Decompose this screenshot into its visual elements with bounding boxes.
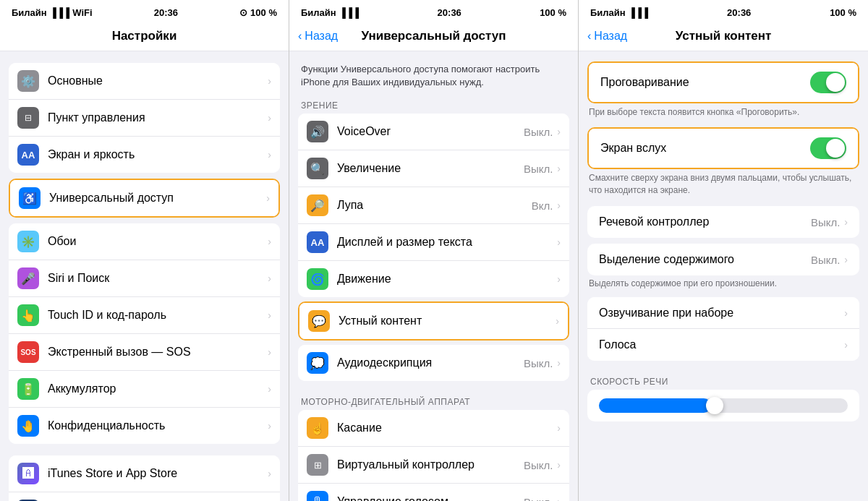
list-item-sos[interactable]: SOS Экстренный вызов — SOS › — [9, 334, 280, 371]
list-item-typing-feedback[interactable]: Озвучивание при наборе › — [587, 297, 859, 329]
accessibility-highlighted-item[interactable]: ♿ Универсальный доступ › — [9, 179, 280, 218]
list-item-speak-selection[interactable]: Проговаривание — [589, 63, 858, 102]
list-item-display[interactable]: AA Экран и яркость › — [9, 137, 280, 173]
list-item-voiceover[interactable]: 🔊 VoiceOver Выкл. › — [298, 114, 569, 150]
motion-chevron: › — [557, 273, 561, 285]
voice-control-icon: 🎙 — [307, 491, 328, 501]
control-center-label: Пункт управления — [48, 111, 268, 124]
list-item-battery[interactable]: 🔋 Аккумулятор › — [9, 371, 280, 408]
list-item-voice-control[interactable]: 🎙 Управление голосом Выкл. › — [298, 484, 569, 501]
list-item-spoken-content[interactable]: 💬 Устный контент › — [299, 303, 568, 339]
signal-icon-2: ▐▐▐ — [339, 7, 359, 18]
list-item-wallet[interactable]: 💳 Wallet и Apple Pay › — [9, 492, 280, 501]
description-group: Функции Универсального доступа помогают … — [289, 60, 578, 96]
signal-icon-1: ▐▐▐ — [50, 7, 70, 18]
voice-control-label: Управление голосом — [337, 495, 524, 501]
status-bar-3: Билайн ▐▐▐ 20:36 100 % — [579, 0, 868, 23]
status-right-2: 100 % — [540, 7, 566, 18]
itunes-icon: 🅰 — [17, 463, 39, 484]
status-right-1: ⊙ 100 % — [239, 7, 277, 18]
speak-selection-highlighted[interactable]: Проговаривание — [587, 61, 859, 103]
list-item-audiodesc[interactable]: 💭 Аудиодескрипция Выкл. › — [298, 345, 569, 381]
settings-list-3[interactable]: Проговаривание При выборе текста появитс… — [579, 51, 868, 501]
speak-selection-toggle[interactable] — [810, 72, 846, 93]
settings-list-2[interactable]: Функции Универсального доступа помогают … — [289, 51, 578, 501]
speed-slider[interactable] — [599, 398, 848, 413]
list-item-siri[interactable]: 🎤 Siri и Поиск › — [9, 260, 280, 297]
speed-list — [587, 390, 859, 421]
voice-control-chevron: › — [557, 496, 561, 501]
control-center-icon: ⊟ — [17, 107, 39, 129]
wallpaper-icon: ✳️ — [17, 231, 39, 252]
time-2: 20:36 — [438, 7, 461, 18]
screen2: Билайн ▐▐▐ 20:36 100 % ‹ Назад Универсал… — [289, 0, 579, 501]
list-item-highlight-content[interactable]: Выделение содержимого Выкл. › — [587, 244, 859, 275]
magnifier-label: Лупа — [337, 199, 532, 212]
voice-control-value: Выкл. — [524, 496, 553, 501]
settings-list-1[interactable]: ⚙️ Основные › ⊟ Пункт управления › AA Эк… — [0, 51, 289, 501]
spoken-content-highlighted[interactable]: 💬 Устный контент › — [298, 301, 569, 341]
zoom-chevron: › — [557, 163, 561, 174]
wallpaper-chevron: › — [268, 236, 271, 247]
list-item-general[interactable]: ⚙️ Основные › — [9, 63, 280, 100]
motor-list: ☝ Касание › ⊞ Виртуальный контроллер Вык… — [298, 410, 569, 501]
voiceover-value: Выкл. — [524, 126, 553, 138]
settings-section-top: ⚙️ Основные › ⊟ Пункт управления › AA Эк… — [9, 63, 280, 173]
accessibility-icon: ♿ — [19, 187, 41, 209]
description-text: Функции Универсального доступа помогают … — [298, 60, 569, 96]
list-item-switch-control[interactable]: ⊞ Виртуальный контроллер Выкл. › — [298, 447, 569, 484]
switch-control-value: Выкл. — [524, 459, 553, 471]
siri-icon: 🎤 — [17, 267, 39, 289]
carrier-2: Билайн — [301, 7, 336, 18]
touchid-chevron: › — [268, 309, 271, 321]
voices-chevron: › — [844, 339, 848, 351]
section-header-motor: МОТОРНО-ДВИГАТЕЛЬНЫЙ АППАРАТ — [289, 393, 578, 410]
battery-icon-1: ⊙ — [239, 7, 247, 18]
nav-bar-3: ‹ Назад Устный контент — [579, 23, 868, 51]
vision-list: 🔊 VoiceOver Выкл. › 🔍 Увеличение Выкл. ›… — [298, 114, 569, 297]
back-button-2[interactable]: ‹ Назад — [298, 30, 338, 43]
accessibility-label: Универсальный доступ — [49, 192, 266, 205]
speak-screen-toggle[interactable] — [810, 137, 846, 159]
voiceover-chevron: › — [557, 126, 561, 137]
touch-chevron: › — [557, 422, 561, 434]
list-item-touchid[interactable]: 👆 Touch ID и код-пароль › — [9, 297, 280, 334]
nav-bar-2: ‹ Назад Универсальный доступ — [289, 23, 578, 51]
audiodesc-chevron: › — [557, 357, 561, 369]
list-item-speak-screen[interactable]: Экран вслух — [589, 129, 858, 168]
touch-icon: ☝ — [307, 417, 328, 439]
status-left-1: Билайн ▐▐▐ WiFi — [12, 7, 93, 18]
battery-icon: 🔋 — [17, 378, 39, 400]
list-item-speech-controller[interactable]: Речевой контроллер Выкл. › — [587, 206, 859, 238]
switch-control-icon: ⊞ — [307, 454, 328, 476]
general-label: Основные — [48, 74, 268, 87]
time-1: 20:36 — [154, 7, 178, 18]
speak-screen-highlighted[interactable]: Экран вслух — [587, 127, 859, 169]
battery-label: Аккумулятор — [48, 382, 268, 395]
list-item-touch[interactable]: ☝ Касание › — [298, 410, 569, 447]
zoom-value: Выкл. — [524, 163, 553, 175]
section-header-vision: ЗРЕНИЕ — [289, 96, 578, 114]
accessibility-chevron: › — [266, 192, 270, 204]
list-item-zoom[interactable]: 🔍 Увеличение Выкл. › — [298, 150, 569, 187]
list-item-wallpaper[interactable]: ✳️ Обои › — [9, 223, 280, 260]
settings-section-mid: ✳️ Обои › 🎤 Siri и Поиск › 👆 Touch ID и … — [9, 223, 280, 444]
list-item-privacy[interactable]: 🤚 Конфиденциальность › — [9, 408, 280, 444]
list-item-control-center[interactable]: ⊟ Пункт управления › — [9, 100, 280, 137]
back-label-3: Назад — [594, 30, 627, 43]
list-item-display-text[interactable]: AA Дисплей и размер текста › — [298, 224, 569, 261]
screen1: Билайн ▐▐▐ WiFi 20:36 ⊙ 100 % Настройки … — [0, 0, 289, 501]
list-item-voices[interactable]: Голоса › — [587, 329, 859, 361]
list-item-magnifier[interactable]: 🔎 Лупа Вкл. › — [298, 187, 569, 224]
touchid-label: Touch ID и код-пароль — [48, 309, 268, 322]
list-item-accessibility[interactable]: ♿ Универсальный доступ › — [10, 180, 278, 216]
section-header-speed: СКОРОСТЬ РЕЧИ — [579, 372, 868, 390]
audiodesc-value: Выкл. — [524, 357, 553, 369]
speak-screen-footer: Смахните сверху экрана вниз двумя пальца… — [579, 169, 868, 204]
carrier-1: Билайн — [12, 7, 47, 18]
list-item-motion[interactable]: 🌀 Движение › — [298, 261, 569, 297]
back-button-3[interactable]: ‹ Назад — [587, 30, 627, 43]
general-icon: ⚙️ — [17, 70, 39, 92]
list-item-itunes[interactable]: 🅰 iTunes Store и App Store › — [9, 455, 280, 492]
general-chevron: › — [268, 75, 271, 87]
